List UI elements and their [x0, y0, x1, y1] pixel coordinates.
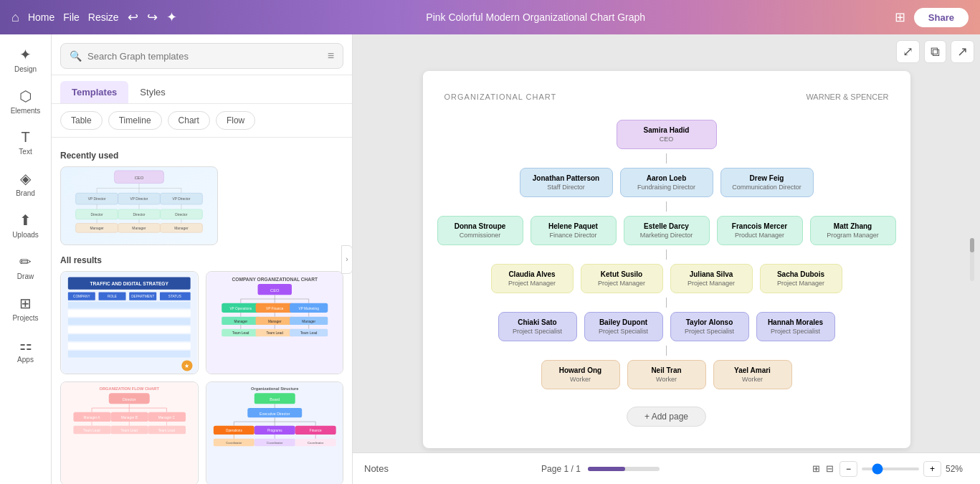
node-worker1[interactable]: Howard Ong Worker — [541, 360, 620, 389]
node-spec3[interactable]: Taylor Alonso Project Specialist — [670, 312, 749, 341]
node-mgr4[interactable]: Sacha Dubois Project Manager — [760, 264, 842, 293]
node-vp2[interactable]: Aaron Loeb Fundraising Director — [620, 168, 713, 197]
zoom-out-button[interactable]: − — [839, 461, 857, 477]
expand-right-icon[interactable]: ↗ — [951, 40, 974, 63]
node-ceo[interactable]: Samira Hadid CEO — [617, 120, 717, 149]
vp2-name: Aaron Loeb — [631, 174, 703, 182]
node-dir2[interactable]: Helene Paquet Finance Director — [531, 216, 617, 245]
search-bar-container: 🔍 ≡ — [60, 43, 343, 69]
template-card-1[interactable]: TRAFFIC AND DIGITAL STRATEGY COMPANY ROL… — [60, 271, 199, 374]
zoom-in-button[interactable]: + — [923, 461, 941, 477]
connector-ceo-vp — [666, 153, 667, 163]
node-vp3[interactable]: Drew Feig Communication Director — [720, 168, 814, 197]
svg-text:Team Lead: Team Lead — [266, 331, 283, 335]
filter-chart[interactable]: Chart — [168, 111, 210, 130]
svg-text:COMPANY ORGANIZATIONAL CHART: COMPANY ORGANIZATIONAL CHART — [232, 277, 318, 282]
redo-button[interactable]: ↪ — [147, 9, 158, 25]
draw-icon: ✏ — [19, 253, 32, 270]
sidebar-item-projects[interactable]: ⊞ Projects — [3, 289, 49, 328]
svg-text:Coordinator: Coordinator — [267, 442, 283, 445]
template-preview-2: COMPANY ORGANIZATIONAL CHART CEO VP Oper… — [206, 272, 343, 374]
org-chart[interactable]: ORGANIZATIONAL CHART WARNER & SPENCER Sa… — [423, 71, 910, 448]
svg-text:Director: Director — [91, 213, 103, 217]
share-button[interactable]: Share — [914, 8, 969, 27]
expand-icon[interactable]: ⤢ — [896, 40, 920, 63]
filter-icon[interactable]: ≡ — [328, 49, 334, 62]
template-scroll[interactable]: Recently used CEO VP Director VP — [52, 138, 352, 484]
svg-rect-42 — [68, 302, 191, 308]
worker1-role: Worker — [552, 376, 609, 383]
share-icon[interactable]: ⊞ — [895, 9, 905, 25]
recently-used-card[interactable]: CEO VP Director VP Director VP Director — [60, 166, 343, 245]
home-icon[interactable]: ⌂ — [11, 10, 19, 25]
spec1-name: Chiaki Sato — [509, 318, 566, 326]
sidebar-item-brand[interactable]: ◈ Brand — [3, 164, 49, 203]
org-tree: Samira Hadid CEO Jonathan Patterson Staf… — [444, 115, 889, 394]
svg-text:Manager: Manager — [132, 227, 146, 230]
undo-button[interactable]: ↩ — [128, 9, 138, 25]
star-button[interactable]: ✦ — [166, 9, 177, 25]
mgr1-role: Project Manager — [502, 280, 563, 287]
node-dir1[interactable]: Donna Stroupe Commissioner — [437, 216, 523, 245]
filter-table[interactable]: Table — [60, 111, 103, 130]
dir3-role: Marketing Director — [634, 232, 699, 239]
hide-panel-button[interactable]: › — [341, 245, 353, 274]
sidebar-item-uploads[interactable]: ⬆ Uploads — [3, 206, 49, 245]
filter-flow[interactable]: Flow — [216, 111, 255, 130]
dir5-role: Program Manager — [821, 232, 885, 239]
sidebar-item-apps[interactable]: ⚏ Apps — [3, 331, 49, 369]
copy-icon[interactable]: ⧉ — [924, 40, 946, 63]
node-dir4[interactable]: Francois Mercer Product Manager — [717, 216, 803, 245]
bottom-right: ⊞ ⊟ − + 52% — [812, 461, 969, 477]
sidebar-item-draw[interactable]: ✏ Draw — [3, 247, 49, 286]
node-mgr2[interactable]: Ketut Susilo Project Manager — [581, 264, 663, 293]
node-mgr1[interactable]: Claudia Alves Project Manager — [491, 264, 574, 293]
text-icon: T — [21, 129, 29, 146]
filter-chips: Table Timeline Chart Flow — [52, 104, 352, 138]
sidebar-item-design[interactable]: ✦ Design — [3, 40, 49, 79]
connector-mgr-spec — [666, 298, 667, 308]
scroll-track[interactable] — [970, 238, 974, 281]
recently-used-svg: CEO VP Director VP Director VP Director — [61, 167, 217, 245]
show-pages-button[interactable]: ⊞ — [812, 463, 820, 474]
node-worker3[interactable]: Yael Amari Worker — [713, 360, 792, 389]
tab-templates[interactable]: Templates — [60, 81, 128, 103]
home-button[interactable]: Home — [28, 11, 54, 23]
sidebar-item-elements[interactable]: ⬡ Elements — [3, 82, 49, 120]
connector-spec-worker — [666, 346, 667, 356]
svg-text:Team Lead: Team Lead — [232, 331, 249, 335]
node-spec1[interactable]: Chiaki Sato Project Specialist — [498, 312, 577, 341]
notes-button[interactable]: Notes — [364, 463, 389, 474]
svg-text:VP Director: VP Director — [172, 197, 190, 201]
layout-button[interactable]: ⊟ — [826, 463, 834, 474]
resize-button[interactable]: Resize — [88, 11, 119, 23]
file-button[interactable]: File — [63, 11, 80, 23]
node-dir3[interactable]: Estelle Darcy Marketing Director — [624, 216, 710, 245]
node-spec2[interactable]: Bailey Dupont Project Specialist — [584, 312, 663, 341]
zoom-label: 52% — [946, 464, 969, 474]
node-vp1[interactable]: Jonathan Patterson Staff Director — [520, 168, 613, 197]
node-spec4[interactable]: Hannah Morales Project Specialist — [756, 312, 835, 341]
node-mgr3[interactable]: Juliana Silva Project Manager — [670, 264, 753, 293]
add-page-section: + Add page — [444, 407, 889, 427]
svg-text:COMPANY: COMPANY — [73, 295, 90, 298]
template-card-2[interactable]: COMPANY ORGANIZATIONAL CHART CEO VP Oper… — [206, 271, 344, 374]
svg-text:Organizational Structure: Organizational Structure — [251, 387, 298, 392]
add-page-button[interactable]: + Add page — [627, 407, 706, 427]
sidebar-item-text[interactable]: T Text — [3, 123, 49, 161]
node-dir5[interactable]: Matt Zhang Program Manager — [810, 216, 896, 245]
svg-text:Operations: Operations — [225, 430, 242, 433]
template-card-4[interactable]: Organizational Structure Board Executive… — [206, 381, 344, 484]
topbar-left: ⌂ Home File Resize ↩ ↪ ✦ — [11, 9, 177, 25]
template-card-3[interactable]: ORGANIZATION FLOW CHART Director Manager… — [60, 381, 199, 484]
filter-timeline[interactable]: Timeline — [108, 111, 162, 130]
recently-used-preview[interactable]: CEO VP Director VP Director VP Director — [60, 166, 218, 245]
svg-text:Manager: Manager — [302, 320, 315, 323]
progress-bar-fill — [588, 467, 625, 471]
search-input[interactable] — [87, 51, 322, 62]
svg-text:DEPARTMENT: DEPARTMENT — [131, 295, 154, 298]
mgr2-role: Project Manager — [591, 280, 652, 287]
tab-styles[interactable]: Styles — [128, 81, 176, 103]
zoom-slider[interactable] — [862, 468, 919, 470]
node-worker2[interactable]: Neil Tran Worker — [627, 360, 706, 389]
